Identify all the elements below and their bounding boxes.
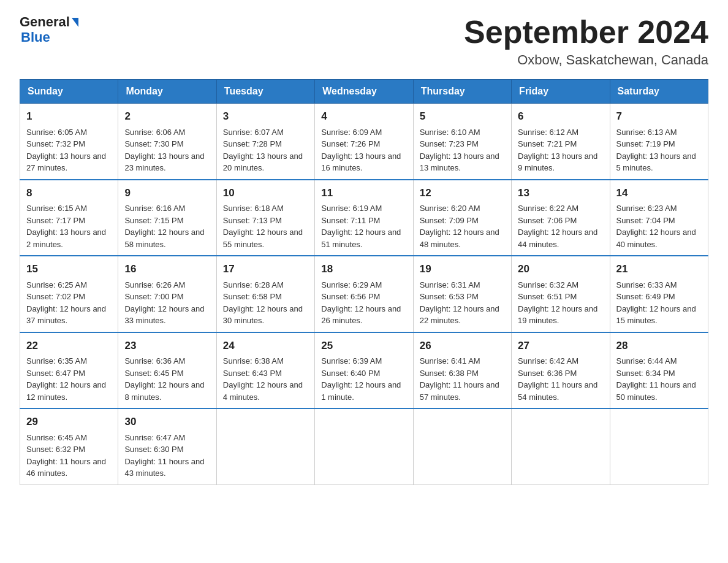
day-info: Sunrise: 6:16 AMSunset: 7:15 PMDaylight:… <box>124 202 210 250</box>
day-info: Sunrise: 6:42 AMSunset: 6:36 PMDaylight:… <box>518 355 603 403</box>
header-saturday: Saturday <box>610 80 708 104</box>
calendar-cell: 17Sunrise: 6:28 AMSunset: 6:58 PMDayligh… <box>216 256 314 332</box>
calendar-cell: 8Sunrise: 6:15 AMSunset: 7:17 PMDaylight… <box>20 180 118 256</box>
day-number: 6 <box>518 109 603 124</box>
header-friday: Friday <box>512 80 610 104</box>
calendar-cell: 1Sunrise: 6:05 AMSunset: 7:32 PMDaylight… <box>20 104 118 180</box>
day-info: Sunrise: 6:09 AMSunset: 7:26 PMDaylight:… <box>321 126 406 174</box>
day-info: Sunrise: 6:22 AMSunset: 7:06 PMDaylight:… <box>518 202 603 250</box>
day-number: 30 <box>124 414 210 430</box>
header-thursday: Thursday <box>413 80 511 104</box>
day-info: Sunrise: 6:06 AMSunset: 7:30 PMDaylight:… <box>124 126 210 174</box>
day-info: Sunrise: 6:07 AMSunset: 7:28 PMDaylight:… <box>223 126 308 174</box>
header-tuesday: Tuesday <box>216 80 314 104</box>
calendar-cell <box>413 408 511 484</box>
day-number: 21 <box>616 261 702 277</box>
calendar-cell: 24Sunrise: 6:38 AMSunset: 6:43 PMDayligh… <box>216 332 314 409</box>
calendar-cell: 16Sunrise: 6:26 AMSunset: 7:00 PMDayligh… <box>118 256 216 332</box>
day-info: Sunrise: 6:39 AMSunset: 6:40 PMDaylight:… <box>321 355 406 403</box>
logo-arrow-icon <box>72 18 78 27</box>
calendar-cell: 6Sunrise: 6:12 AMSunset: 7:21 PMDaylight… <box>512 104 610 180</box>
day-info: Sunrise: 6:38 AMSunset: 6:43 PMDaylight:… <box>223 355 308 403</box>
day-info: Sunrise: 6:10 AMSunset: 7:23 PMDaylight:… <box>420 126 505 174</box>
calendar-cell <box>610 408 708 484</box>
day-number: 16 <box>124 261 210 277</box>
header-sunday: Sunday <box>20 80 118 104</box>
day-number: 29 <box>26 414 112 430</box>
day-info: Sunrise: 6:44 AMSunset: 6:34 PMDaylight:… <box>616 355 702 403</box>
day-number: 2 <box>124 109 210 124</box>
calendar-week-row: 1Sunrise: 6:05 AMSunset: 7:32 PMDaylight… <box>20 104 708 180</box>
day-number: 5 <box>420 109 505 124</box>
calendar-cell <box>512 408 610 484</box>
calendar-cell: 22Sunrise: 6:35 AMSunset: 6:47 PMDayligh… <box>20 332 118 409</box>
calendar-cell <box>315 408 413 484</box>
day-number: 26 <box>420 338 505 354</box>
logo-general: General <box>20 15 70 29</box>
calendar-cell: 18Sunrise: 6:29 AMSunset: 6:56 PMDayligh… <box>315 256 413 332</box>
day-info: Sunrise: 6:36 AMSunset: 6:45 PMDaylight:… <box>124 355 210 403</box>
calendar-cell: 19Sunrise: 6:31 AMSunset: 6:53 PMDayligh… <box>413 256 511 332</box>
calendar-cell: 9Sunrise: 6:16 AMSunset: 7:15 PMDaylight… <box>118 180 216 256</box>
day-number: 22 <box>26 338 112 354</box>
day-info: Sunrise: 6:15 AMSunset: 7:17 PMDaylight:… <box>26 202 112 250</box>
day-info: Sunrise: 6:05 AMSunset: 7:32 PMDaylight:… <box>26 126 112 174</box>
calendar-cell: 27Sunrise: 6:42 AMSunset: 6:36 PMDayligh… <box>512 332 610 409</box>
day-info: Sunrise: 6:47 AMSunset: 6:30 PMDaylight:… <box>124 432 210 480</box>
header-row: Sunday Monday Tuesday Wednesday Thursday… <box>20 80 708 104</box>
day-info: Sunrise: 6:35 AMSunset: 6:47 PMDaylight:… <box>26 355 112 403</box>
title-area: September 2024 Oxbow, Saskatchewan, Cana… <box>464 15 708 68</box>
calendar-cell: 21Sunrise: 6:33 AMSunset: 6:49 PMDayligh… <box>610 256 708 332</box>
calendar-cell: 28Sunrise: 6:44 AMSunset: 6:34 PMDayligh… <box>610 332 708 409</box>
header-wednesday: Wednesday <box>315 80 413 104</box>
day-info: Sunrise: 6:31 AMSunset: 6:53 PMDaylight:… <box>420 279 505 327</box>
calendar-cell: 12Sunrise: 6:20 AMSunset: 7:09 PMDayligh… <box>413 180 511 256</box>
calendar-week-row: 22Sunrise: 6:35 AMSunset: 6:47 PMDayligh… <box>20 332 708 409</box>
day-info: Sunrise: 6:18 AMSunset: 7:13 PMDaylight:… <box>223 202 308 250</box>
logo: General Blue <box>20 15 78 45</box>
day-number: 28 <box>616 338 702 354</box>
header-monday: Monday <box>118 80 216 104</box>
calendar-cell: 13Sunrise: 6:22 AMSunset: 7:06 PMDayligh… <box>512 180 610 256</box>
calendar-week-row: 29Sunrise: 6:45 AMSunset: 6:32 PMDayligh… <box>20 408 708 484</box>
day-info: Sunrise: 6:20 AMSunset: 7:09 PMDaylight:… <box>420 202 505 250</box>
day-number: 11 <box>321 185 406 201</box>
day-number: 13 <box>518 185 603 201</box>
page-header: General Blue September 2024 Oxbow, Saska… <box>20 15 708 68</box>
day-number: 23 <box>124 338 210 354</box>
day-number: 20 <box>518 261 603 277</box>
calendar-cell: 15Sunrise: 6:25 AMSunset: 7:02 PMDayligh… <box>20 256 118 332</box>
day-number: 18 <box>321 261 406 277</box>
day-number: 7 <box>616 109 702 124</box>
day-number: 27 <box>518 338 603 354</box>
day-number: 3 <box>223 109 308 124</box>
day-number: 15 <box>26 261 112 277</box>
calendar-cell: 25Sunrise: 6:39 AMSunset: 6:40 PMDayligh… <box>315 332 413 409</box>
day-info: Sunrise: 6:45 AMSunset: 6:32 PMDaylight:… <box>26 432 112 480</box>
calendar-table: Sunday Monday Tuesday Wednesday Thursday… <box>20 79 708 485</box>
day-number: 1 <box>26 109 112 124</box>
location-title: Oxbow, Saskatchewan, Canada <box>464 52 708 68</box>
day-info: Sunrise: 6:28 AMSunset: 6:58 PMDaylight:… <box>223 279 308 327</box>
day-number: 9 <box>124 185 210 201</box>
calendar-cell <box>216 408 314 484</box>
calendar-week-row: 15Sunrise: 6:25 AMSunset: 7:02 PMDayligh… <box>20 256 708 332</box>
calendar-cell: 29Sunrise: 6:45 AMSunset: 6:32 PMDayligh… <box>20 408 118 484</box>
month-title: September 2024 <box>464 15 708 50</box>
day-info: Sunrise: 6:33 AMSunset: 6:49 PMDaylight:… <box>616 279 702 327</box>
day-number: 17 <box>223 261 308 277</box>
day-info: Sunrise: 6:13 AMSunset: 7:19 PMDaylight:… <box>616 126 702 174</box>
calendar-cell: 14Sunrise: 6:23 AMSunset: 7:04 PMDayligh… <box>610 180 708 256</box>
day-number: 14 <box>616 185 702 201</box>
day-info: Sunrise: 6:41 AMSunset: 6:38 PMDaylight:… <box>420 355 505 403</box>
day-number: 4 <box>321 109 406 124</box>
calendar-cell: 4Sunrise: 6:09 AMSunset: 7:26 PMDaylight… <box>315 104 413 180</box>
day-number: 19 <box>420 261 505 277</box>
calendar-week-row: 8Sunrise: 6:15 AMSunset: 7:17 PMDaylight… <box>20 180 708 256</box>
day-info: Sunrise: 6:23 AMSunset: 7:04 PMDaylight:… <box>616 202 702 250</box>
day-number: 12 <box>420 185 505 201</box>
day-info: Sunrise: 6:25 AMSunset: 7:02 PMDaylight:… <box>26 279 112 327</box>
day-number: 10 <box>223 185 308 201</box>
calendar-cell: 2Sunrise: 6:06 AMSunset: 7:30 PMDaylight… <box>118 104 216 180</box>
logo-blue: Blue <box>21 29 50 45</box>
